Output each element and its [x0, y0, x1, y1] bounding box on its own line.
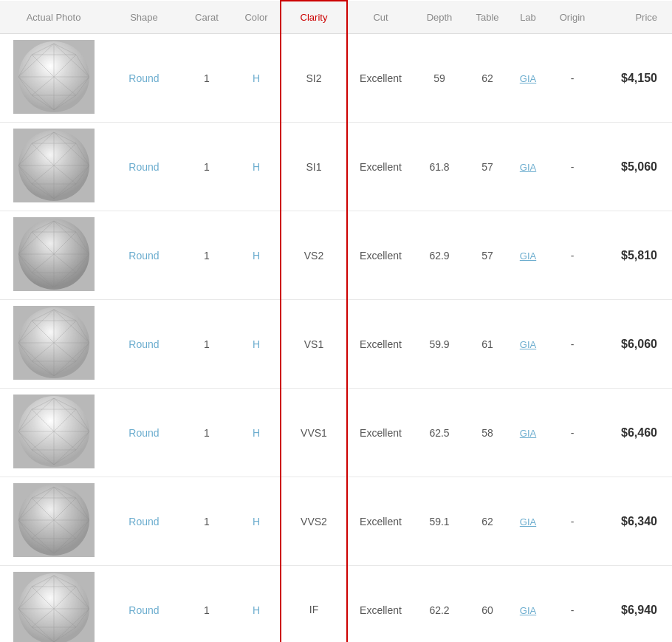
- header-price: Price: [598, 1, 672, 34]
- cell-origin: -: [546, 300, 598, 389]
- cell-photo: [0, 34, 107, 123]
- header-clarity: Clarity: [281, 1, 347, 34]
- header-photo: Actual Photo: [0, 1, 107, 34]
- diamond-image: [13, 306, 95, 380]
- cell-carat: 1: [181, 566, 233, 643]
- cell-lab[interactable]: GIA: [510, 389, 546, 477]
- cell-clarity: VS1: [281, 300, 347, 389]
- cell-price: $6,060: [598, 300, 672, 389]
- table-header-row: Actual Photo Shape Carat Color Clarity C…: [0, 1, 672, 34]
- table-wrapper: Actual Photo Shape Carat Color Clarity C…: [0, 0, 672, 642]
- table-row: Round 1 H SI1 Excellent 61.8 57 GIA - $5…: [0, 123, 672, 211]
- header-origin: Origin: [546, 1, 598, 34]
- cell-shape: Round: [107, 34, 181, 123]
- lab-link[interactable]: GIA: [520, 250, 536, 262]
- cell-shape: Round: [107, 566, 181, 643]
- cell-color: H: [233, 300, 281, 389]
- cell-photo: [0, 566, 107, 643]
- lab-link[interactable]: GIA: [520, 516, 536, 527]
- cell-carat: 1: [181, 211, 233, 300]
- cell-shape: Round: [107, 300, 181, 389]
- cell-cut: Excellent: [347, 477, 414, 566]
- cell-origin: -: [546, 123, 598, 211]
- cell-table: 62: [465, 34, 510, 123]
- cell-photo: [0, 211, 107, 300]
- diamond-image: [13, 395, 95, 468]
- cell-shape: Round: [107, 211, 181, 300]
- header-cut: Cut: [347, 1, 414, 34]
- table-row: Round 1 H VVS2 Excellent 59.1 62 GIA - $…: [0, 477, 672, 566]
- cell-cut: Excellent: [347, 34, 414, 123]
- diamond-image: [13, 217, 95, 291]
- cell-lab[interactable]: GIA: [510, 300, 546, 389]
- table-row: Round 1 H VVS1 Excellent 62.5 58 GIA - $…: [0, 389, 672, 477]
- cell-color: H: [233, 123, 281, 211]
- cell-clarity: SI2: [281, 34, 347, 123]
- cell-carat: 1: [181, 34, 233, 123]
- header-depth: Depth: [414, 1, 465, 34]
- cell-cut: Excellent: [347, 123, 414, 211]
- header-table: Table: [465, 1, 510, 34]
- cell-carat: 1: [181, 389, 233, 477]
- cell-clarity: IF: [281, 566, 347, 643]
- diamond-image: [13, 40, 95, 114]
- diamond-image: [13, 483, 95, 557]
- cell-depth: 62.2: [414, 566, 465, 643]
- cell-depth: 62.5: [414, 389, 465, 477]
- cell-lab[interactable]: GIA: [510, 566, 546, 643]
- diamond-table: Actual Photo Shape Carat Color Clarity C…: [0, 0, 672, 642]
- cell-table: 57: [465, 211, 510, 300]
- cell-color: H: [233, 566, 281, 643]
- header-shape: Shape: [107, 1, 181, 34]
- cell-photo: [0, 389, 107, 477]
- cell-carat: 1: [181, 123, 233, 211]
- cell-clarity: VVS2: [281, 477, 347, 566]
- cell-table: 58: [465, 389, 510, 477]
- cell-lab[interactable]: GIA: [510, 211, 546, 300]
- lab-link[interactable]: GIA: [520, 162, 536, 173]
- cell-cut: Excellent: [347, 300, 414, 389]
- table-row: Round 1 H IF Excellent 62.2 60 GIA - $6,…: [0, 566, 672, 643]
- cell-carat: 1: [181, 477, 233, 566]
- cell-depth: 59.9: [414, 300, 465, 389]
- cell-depth: 61.8: [414, 123, 465, 211]
- cell-origin: -: [546, 34, 598, 123]
- cell-photo: [0, 123, 107, 211]
- cell-price: $5,060: [598, 123, 672, 211]
- cell-price: $6,940: [598, 566, 672, 643]
- cell-shape: Round: [107, 477, 181, 566]
- cell-depth: 59.1: [414, 477, 465, 566]
- cell-clarity: SI1: [281, 123, 347, 211]
- lab-link[interactable]: GIA: [520, 428, 536, 439]
- cell-price: $6,340: [598, 477, 672, 566]
- cell-cut: Excellent: [347, 211, 414, 300]
- diamond-image: [13, 572, 95, 642]
- header-color: Color: [233, 1, 281, 34]
- cell-lab[interactable]: GIA: [510, 34, 546, 123]
- cell-color: H: [233, 211, 281, 300]
- cell-lab[interactable]: GIA: [510, 477, 546, 566]
- cell-cut: Excellent: [347, 566, 414, 643]
- cell-table: 60: [465, 566, 510, 643]
- cell-price: $6,460: [598, 389, 672, 477]
- cell-origin: -: [546, 211, 598, 300]
- cell-origin: -: [546, 477, 598, 566]
- cell-clarity: VVS1: [281, 389, 347, 477]
- lab-link[interactable]: GIA: [520, 339, 536, 350]
- cell-color: H: [233, 34, 281, 123]
- cell-table: 57: [465, 123, 510, 211]
- lab-link[interactable]: GIA: [520, 605, 536, 616]
- cell-shape: Round: [107, 389, 181, 477]
- cell-photo: [0, 300, 107, 389]
- lab-link[interactable]: GIA: [520, 73, 536, 84]
- table-row: Round 1 H VS1 Excellent 59.9 61 GIA - $6…: [0, 300, 672, 389]
- cell-lab[interactable]: GIA: [510, 123, 546, 211]
- diamond-table-container: Actual Photo Shape Carat Color Clarity C…: [0, 0, 672, 642]
- cell-carat: 1: [181, 300, 233, 389]
- header-carat: Carat: [181, 1, 233, 34]
- cell-shape: Round: [107, 123, 181, 211]
- cell-table: 61: [465, 300, 510, 389]
- table-row: Round 1 H SI2 Excellent 59 62 GIA - $4,1…: [0, 34, 672, 123]
- cell-table: 62: [465, 477, 510, 566]
- cell-color: H: [233, 389, 281, 477]
